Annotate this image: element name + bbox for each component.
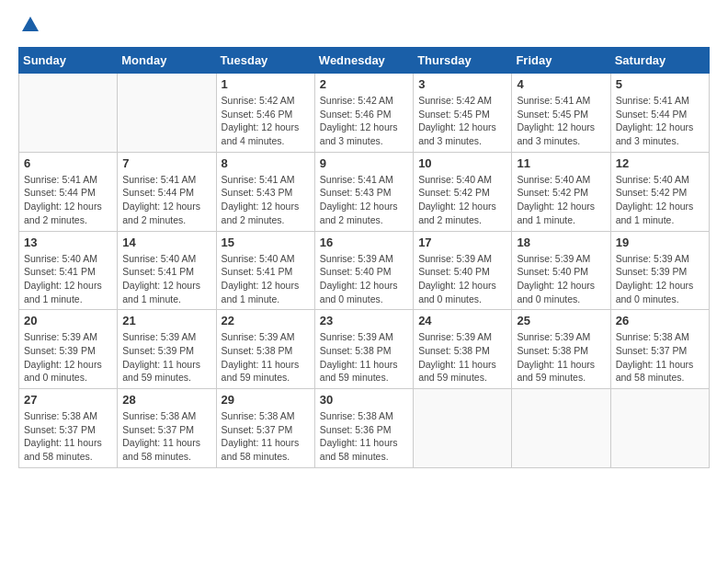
day-number: 8: [222, 156, 310, 170]
day-number: 9: [320, 156, 408, 170]
day-number: 17: [418, 236, 506, 249]
calendar-header-row: Sunday Monday Tuesday Wednesday Thursday…: [19, 48, 710, 74]
calendar-cell: 21Sunrise: 5:39 AM Sunset: 5:39 PM Dayli…: [118, 310, 216, 389]
calendar-cell: 20Sunrise: 5:39 AM Sunset: 5:39 PM Dayli…: [19, 310, 118, 389]
day-number: 28: [122, 393, 210, 407]
calendar-cell: 29Sunrise: 5:38 AM Sunset: 5:37 PM Dayli…: [216, 389, 314, 468]
calendar-table: Sunday Monday Tuesday Wednesday Thursday…: [18, 47, 710, 468]
calendar-cell: 3Sunrise: 5:42 AM Sunset: 5:45 PM Daylig…: [414, 74, 512, 153]
day-info: Sunrise: 5:38 AM Sunset: 5:37 PM Dayligh…: [24, 409, 112, 464]
day-info: Sunrise: 5:38 AM Sunset: 5:37 PM Dayligh…: [222, 409, 310, 464]
calendar-cell: 30Sunrise: 5:38 AM Sunset: 5:36 PM Dayli…: [314, 389, 413, 468]
day-info: Sunrise: 5:39 AM Sunset: 5:39 PM Dayligh…: [24, 330, 112, 385]
day-number: 7: [122, 156, 210, 170]
calendar-cell: [19, 74, 118, 153]
calendar-cell: 2Sunrise: 5:42 AM Sunset: 5:46 PM Daylig…: [314, 74, 413, 153]
day-info: Sunrise: 5:42 AM Sunset: 5:45 PM Dayligh…: [418, 94, 506, 148]
day-info: Sunrise: 5:38 AM Sunset: 5:36 PM Dayligh…: [320, 409, 408, 464]
calendar-cell: 27Sunrise: 5:38 AM Sunset: 5:37 PM Dayli…: [19, 389, 118, 468]
day-number: 2: [320, 77, 408, 91]
day-info: Sunrise: 5:39 AM Sunset: 5:38 PM Dayligh…: [418, 330, 506, 385]
day-number: 22: [222, 314, 310, 327]
day-number: 13: [24, 236, 112, 249]
calendar-cell: 17Sunrise: 5:39 AM Sunset: 5:40 PM Dayli…: [414, 231, 512, 310]
day-info: Sunrise: 5:40 AM Sunset: 5:41 PM Dayligh…: [122, 252, 210, 306]
day-info: Sunrise: 5:39 AM Sunset: 5:39 PM Dayligh…: [122, 330, 210, 385]
day-info: Sunrise: 5:40 AM Sunset: 5:42 PM Dayligh…: [517, 173, 605, 227]
day-info: Sunrise: 5:41 AM Sunset: 5:45 PM Dayligh…: [517, 94, 605, 148]
day-number: 1: [222, 77, 310, 91]
day-number: 27: [24, 393, 112, 407]
day-number: 25: [517, 314, 605, 327]
calendar-cell: 15Sunrise: 5:40 AM Sunset: 5:41 PM Dayli…: [216, 231, 314, 310]
calendar-cell: [414, 389, 512, 468]
day-number: 18: [517, 236, 605, 249]
day-info: Sunrise: 5:38 AM Sunset: 5:37 PM Dayligh…: [616, 330, 704, 385]
logo: [18, 18, 40, 40]
day-info: Sunrise: 5:39 AM Sunset: 5:38 PM Dayligh…: [222, 330, 310, 385]
logo-text: [18, 18, 40, 40]
header-wednesday: Wednesday: [314, 48, 413, 74]
calendar-cell: 12Sunrise: 5:40 AM Sunset: 5:42 PM Dayli…: [610, 152, 709, 231]
day-info: Sunrise: 5:41 AM Sunset: 5:43 PM Dayligh…: [320, 173, 408, 227]
calendar-cell: 22Sunrise: 5:39 AM Sunset: 5:38 PM Dayli…: [216, 310, 314, 389]
day-info: Sunrise: 5:39 AM Sunset: 5:38 PM Dayligh…: [320, 330, 408, 385]
day-number: 3: [418, 77, 506, 91]
calendar-cell: 4Sunrise: 5:41 AM Sunset: 5:45 PM Daylig…: [512, 74, 610, 153]
day-number: 24: [418, 314, 506, 327]
day-number: 10: [418, 156, 506, 170]
week-row-2: 6Sunrise: 5:41 AM Sunset: 5:44 PM Daylig…: [19, 152, 710, 231]
day-info: Sunrise: 5:40 AM Sunset: 5:42 PM Dayligh…: [616, 173, 704, 227]
calendar-cell: 14Sunrise: 5:40 AM Sunset: 5:41 PM Dayli…: [118, 231, 216, 310]
day-info: Sunrise: 5:42 AM Sunset: 5:46 PM Dayligh…: [222, 94, 310, 148]
calendar-cell: 8Sunrise: 5:41 AM Sunset: 5:43 PM Daylig…: [216, 152, 314, 231]
calendar-cell: [118, 74, 216, 153]
calendar-cell: 11Sunrise: 5:40 AM Sunset: 5:42 PM Dayli…: [512, 152, 610, 231]
calendar-cell: 13Sunrise: 5:40 AM Sunset: 5:41 PM Dayli…: [19, 231, 118, 310]
day-info: Sunrise: 5:40 AM Sunset: 5:41 PM Dayligh…: [24, 252, 112, 306]
day-number: 5: [616, 77, 704, 91]
svg-marker-0: [22, 17, 39, 31]
calendar-cell: 23Sunrise: 5:39 AM Sunset: 5:38 PM Dayli…: [314, 310, 413, 389]
calendar-cell: 16Sunrise: 5:39 AM Sunset: 5:40 PM Dayli…: [314, 231, 413, 310]
day-number: 19: [616, 236, 704, 249]
day-info: Sunrise: 5:40 AM Sunset: 5:42 PM Dayligh…: [418, 173, 506, 227]
calendar-cell: 24Sunrise: 5:39 AM Sunset: 5:38 PM Dayli…: [414, 310, 512, 389]
calendar-cell: [512, 389, 610, 468]
week-row-4: 20Sunrise: 5:39 AM Sunset: 5:39 PM Dayli…: [19, 310, 710, 389]
day-number: 12: [616, 156, 704, 170]
header-thursday: Thursday: [414, 48, 512, 74]
calendar-cell: [610, 389, 709, 468]
week-row-5: 27Sunrise: 5:38 AM Sunset: 5:37 PM Dayli…: [19, 389, 710, 468]
week-row-3: 13Sunrise: 5:40 AM Sunset: 5:41 PM Dayli…: [19, 231, 710, 310]
calendar-cell: 26Sunrise: 5:38 AM Sunset: 5:37 PM Dayli…: [610, 310, 709, 389]
calendar-cell: 25Sunrise: 5:39 AM Sunset: 5:38 PM Dayli…: [512, 310, 610, 389]
day-number: 11: [517, 156, 605, 170]
header-tuesday: Tuesday: [216, 48, 314, 74]
logo-icon: [20, 15, 40, 35]
day-info: Sunrise: 5:40 AM Sunset: 5:41 PM Dayligh…: [222, 252, 310, 306]
day-info: Sunrise: 5:38 AM Sunset: 5:37 PM Dayligh…: [122, 409, 210, 464]
header-monday: Monday: [118, 48, 216, 74]
page-header: [18, 18, 710, 40]
calendar-cell: 9Sunrise: 5:41 AM Sunset: 5:43 PM Daylig…: [314, 152, 413, 231]
calendar-cell: 18Sunrise: 5:39 AM Sunset: 5:40 PM Dayli…: [512, 231, 610, 310]
day-number: 6: [24, 156, 112, 170]
calendar-cell: 10Sunrise: 5:40 AM Sunset: 5:42 PM Dayli…: [414, 152, 512, 231]
day-info: Sunrise: 5:41 AM Sunset: 5:44 PM Dayligh…: [122, 173, 210, 227]
calendar-cell: 1Sunrise: 5:42 AM Sunset: 5:46 PM Daylig…: [216, 74, 314, 153]
day-number: 26: [616, 314, 704, 327]
calendar-cell: 7Sunrise: 5:41 AM Sunset: 5:44 PM Daylig…: [118, 152, 216, 231]
header-saturday: Saturday: [610, 48, 709, 74]
day-info: Sunrise: 5:39 AM Sunset: 5:40 PM Dayligh…: [320, 252, 408, 306]
day-number: 29: [222, 393, 310, 407]
calendar-cell: 28Sunrise: 5:38 AM Sunset: 5:37 PM Dayli…: [118, 389, 216, 468]
calendar-cell: 6Sunrise: 5:41 AM Sunset: 5:44 PM Daylig…: [19, 152, 118, 231]
day-info: Sunrise: 5:41 AM Sunset: 5:43 PM Dayligh…: [222, 173, 310, 227]
day-info: Sunrise: 5:41 AM Sunset: 5:44 PM Dayligh…: [616, 94, 704, 148]
header-sunday: Sunday: [19, 48, 118, 74]
day-info: Sunrise: 5:39 AM Sunset: 5:38 PM Dayligh…: [517, 330, 605, 385]
day-number: 21: [122, 314, 210, 327]
day-info: Sunrise: 5:39 AM Sunset: 5:40 PM Dayligh…: [418, 252, 506, 306]
day-number: 20: [24, 314, 112, 327]
